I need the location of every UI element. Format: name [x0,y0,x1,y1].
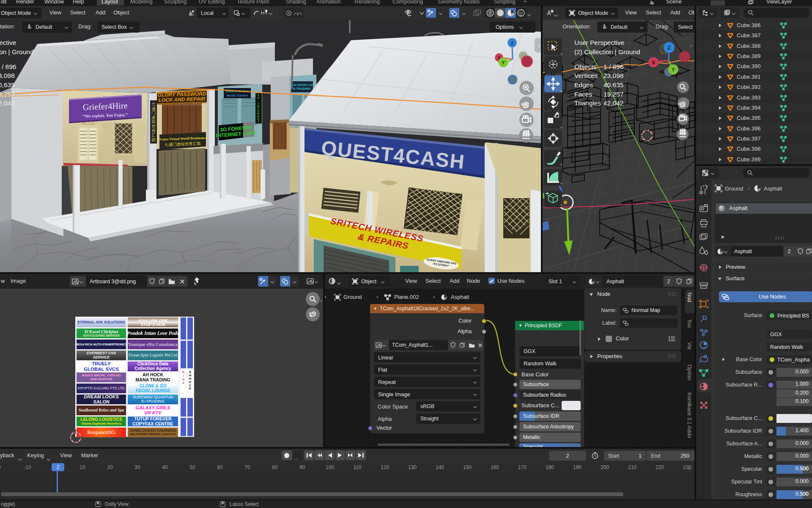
svg-text:Edges: Edges [574,81,593,88]
svg-text:世: 世 [151,124,156,129]
svg-text:汇: 汇 [151,133,156,138]
svg-text:‹: ‹ [538,41,540,49]
svg-text:Z: Z [511,41,514,46]
svg-text:LAI SOON LAI: LAI SOON LAI [291,83,313,87]
svg-text:R: R [258,112,260,115]
svg-text:X: X [652,60,655,66]
svg-text:Y: Y [502,60,505,65]
svg-text:七: 七 [151,102,156,106]
svg-text:Music Centre: Music Centre [227,94,248,97]
svg-text:T: T [258,120,259,123]
svg-text:(2) Collection | Ground: (2) Collection | Ground [574,48,640,55]
svg-text:Objects: Objects [574,63,597,70]
svg-text:40,635: 40,635 [604,81,623,88]
svg-text:0,635: 0,635 [0,81,15,88]
svg-text:1 / 896: 1 / 896 [604,63,623,70]
svg-text:Griefer4Hire: Griefer4Hire [82,101,128,112]
svg-text:on | Ground: on | Ground [0,48,34,55]
svg-text:款: 款 [151,138,156,142]
svg-text:/ 896: / 896 [2,63,16,70]
svg-text:3,098: 3,098 [0,72,15,79]
svg-text:2,042: 2,042 [0,99,15,107]
svg-text:Vertices: Vertices [574,72,598,79]
svg-text:LOCK AND REPAIR: LOCK AND REPAIR [158,96,205,103]
svg-text:‹: ‹ [690,42,692,49]
svg-text:E-TRADING: E-TRADING [293,87,311,91]
svg-text:拟: 拟 [151,119,156,124]
svg-text:门: 门 [151,110,156,115]
svg-text:User Perspective: User Perspective [574,39,624,46]
svg-text:Y: Y [672,67,675,73]
svg-text:G: G [258,97,260,99]
svg-text:19,257: 19,257 [604,91,623,98]
svg-text:42,042: 42,042 [604,99,623,107]
svg-text:ective: ective [0,39,16,46]
svg-text:Faces: Faces [574,91,592,98]
svg-text:23,098: 23,098 [604,72,623,79]
svg-text:Triangles: Triangles [574,99,601,107]
svg-text:Z: Z [667,44,671,51]
svg-text:9,257: 9,257 [0,91,15,98]
